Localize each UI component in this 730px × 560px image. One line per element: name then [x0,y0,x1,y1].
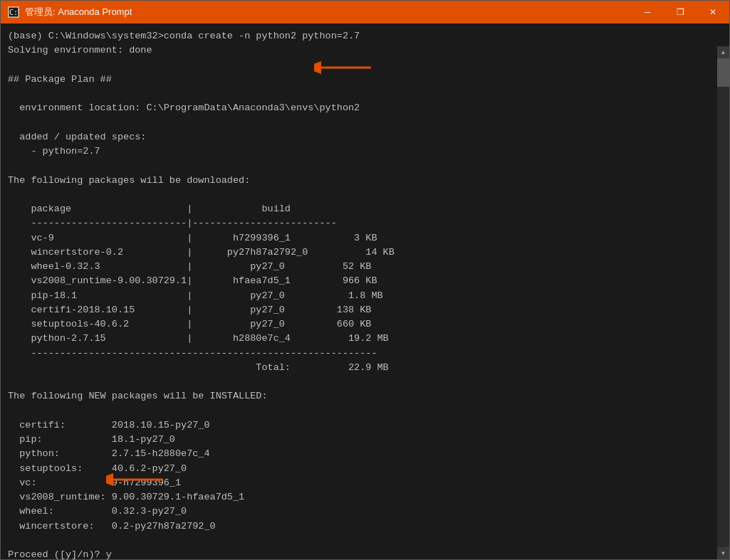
scroll-up-button[interactable]: ▲ [717,46,729,58]
cmd-icon: C:\ [6,5,21,19]
minimize-button[interactable]: ─ [631,1,664,23]
svg-text:C:\: C:\ [9,9,19,16]
restore-button[interactable]: ❐ [664,1,697,23]
scroll-down-button[interactable]: ▼ [717,547,729,559]
window: C:\ 管理员: Anaconda Prompt ─ ❐ ✕ (base) C:… [0,0,730,560]
scrollbar-thumb[interactable] [717,58,729,87]
title-bar: C:\ 管理员: Anaconda Prompt ─ ❐ ✕ [1,1,729,23]
window-title: 管理员: Anaconda Prompt [25,6,724,19]
window-controls: ─ ❐ ✕ [631,1,729,23]
arrow-annotation-1 [314,53,385,82]
close-button[interactable]: ✕ [697,1,729,23]
scrollbar-track: ▲ ▼ [717,46,729,559]
arrow-annotation-2 [106,465,177,494]
